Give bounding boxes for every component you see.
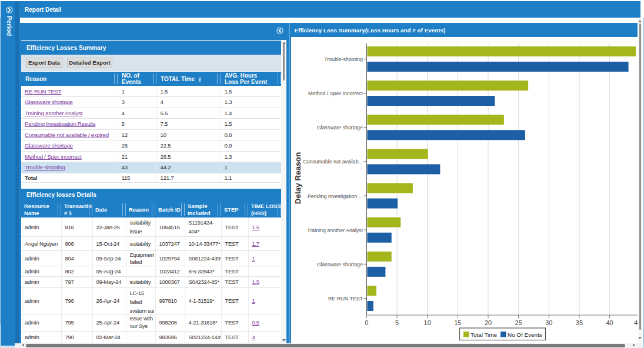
svg-text:Training another Analyst: Training another Analyst: [307, 227, 363, 233]
svg-text:10: 10: [424, 319, 431, 326]
svg-text:4: 4: [634, 319, 638, 326]
svg-text:20: 20: [485, 319, 492, 326]
svg-text:No Of Events: No Of Events: [508, 332, 542, 338]
svg-text:Glassware shortage: Glassware shortage: [317, 262, 363, 267]
svg-text:Delay Reason: Delay Reason: [293, 152, 302, 205]
svg-text:5: 5: [395, 319, 399, 326]
svg-text:30: 30: [545, 319, 552, 326]
svg-text:Consumable not availab...: Consumable not availab...: [303, 159, 363, 165]
svg-text:40: 40: [606, 319, 613, 326]
svg-text:Glassware shortage: Glassware shortage: [317, 125, 363, 130]
svg-text:Trouble-shooting: Trouble-shooting: [324, 56, 363, 62]
svg-text:0: 0: [365, 319, 368, 326]
svg-text:35: 35: [576, 319, 583, 326]
svg-text:15: 15: [454, 319, 461, 326]
svg-text:Pending Investigation ...: Pending Investigation ...: [308, 193, 363, 199]
svg-text:25: 25: [515, 319, 522, 326]
svg-text:RE-RUN TEST: RE-RUN TEST: [328, 296, 363, 302]
svg-text:Method / Spec incorrect: Method / Spec incorrect: [308, 91, 363, 96]
svg-text:Total Time: Total Time: [471, 332, 498, 338]
